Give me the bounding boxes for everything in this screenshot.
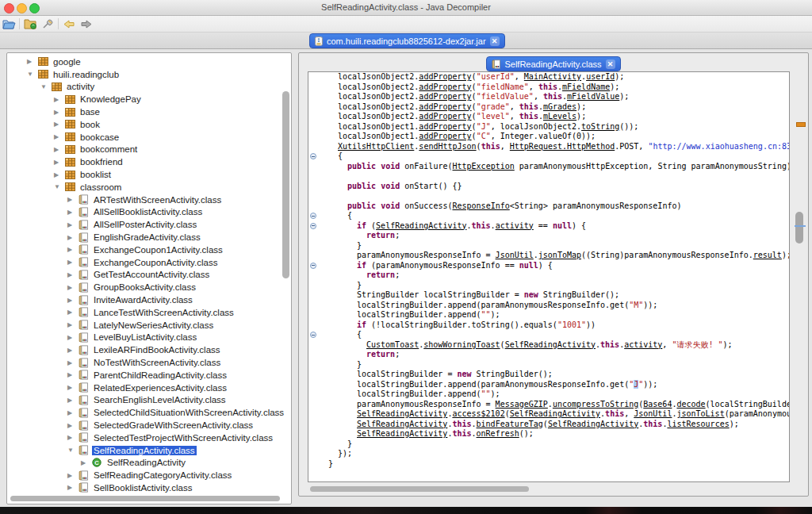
tree-row[interactable]: ▶SearchEnglishLevelActivity.class — [7, 394, 286, 407]
source-code-view[interactable]: localJsonObject2.addProperty("userId", M… — [308, 71, 790, 482]
tree-row[interactable]: ▶SelectedTestProjectWithScreenActivity.c… — [7, 432, 286, 444]
chevron-collapsed-icon[interactable]: ▶ — [67, 371, 79, 378]
code-link[interactable]: addProperty — [419, 122, 471, 131]
code-link[interactable]: SelfReadingActivity — [510, 409, 600, 418]
tree-row[interactable]: ▼activity — [7, 81, 286, 94]
code-link[interactable]: decode — [676, 400, 705, 409]
chevron-collapsed-icon[interactable]: ▶ — [54, 146, 65, 153]
code-link[interactable]: JsonUtil — [496, 251, 534, 259]
tree-row[interactable]: ▶SelfReadingCategoryActivity.class — [7, 469, 286, 481]
code-line[interactable]: localJsonObject2.addProperty("level", th… — [308, 112, 789, 122]
code-line[interactable]: } — [308, 281, 789, 291]
code-line[interactable]: public void onSuccess(ResponseInfo<Strin… — [308, 201, 789, 212]
code-link[interactable]: SelfReadingActivity — [376, 221, 466, 230]
code-line[interactable]: localStringBuilder.append(""); — [308, 310, 789, 320]
chevron-collapsed-icon[interactable]: ▶ — [67, 271, 79, 278]
chevron-collapsed-icon[interactable]: ▶ — [67, 297, 79, 304]
code-link[interactable]: sendHttpJson — [419, 142, 476, 151]
chevron-collapsed-icon[interactable]: ▶ — [54, 171, 65, 178]
code-line[interactable] — [308, 191, 789, 201]
tree-row[interactable]: ▼SelfReadingActivity.class — [7, 444, 286, 457]
chevron-collapsed-icon[interactable]: ▶ — [54, 109, 65, 116]
fold-collapse-icon[interactable] — [310, 332, 316, 338]
code-line[interactable]: } — [308, 241, 789, 251]
code-line[interactable]: SelfReadingActivity.this.bindFeatureTag(… — [308, 420, 789, 430]
jar-tab[interactable]: com.huili.readingclub8825612-dex2jar.jar… — [309, 33, 505, 48]
code-line[interactable]: return; — [308, 270, 789, 281]
chevron-collapsed-icon[interactable]: ▶ — [67, 321, 79, 328]
tree-row[interactable]: ▶ExchangeCoupon1Activity.class — [7, 244, 286, 256]
tree-horizontal-scrollbar[interactable] — [10, 496, 280, 501]
fold-collapse-icon[interactable] — [310, 213, 316, 219]
code-link[interactable]: userId — [586, 72, 615, 81]
tree-row[interactable]: ▶ExchangeCouponActivity.class — [7, 256, 286, 269]
tree-row[interactable]: ▶ARTestWithScreenActivity.class — [7, 194, 286, 206]
tree-row[interactable]: ▶EnglishGradeActivity.class — [7, 231, 286, 244]
code-line[interactable]: CustomToast.showWorningToast(SelfReading… — [308, 340, 789, 351]
tree-row[interactable]: ▼classroom — [7, 181, 286, 194]
code-line[interactable]: { — [308, 330, 789, 340]
code-link[interactable]: HttpRequest.HttpMethod — [510, 142, 615, 151]
code-line[interactable]: { — [308, 211, 789, 221]
code-link[interactable]: jsonToMap — [538, 251, 581, 259]
code-line[interactable]: localJsonObject1.addProperty("J", localJ… — [308, 122, 789, 132]
tree-row[interactable]: ▶CSelfReadingActivity — [7, 457, 286, 470]
tree-row[interactable]: ▶GroupBooksActivity.class — [7, 281, 286, 293]
code-line[interactable]: SelfReadingActivity.this.onRefresh(); — [308, 429, 789, 439]
code-line[interactable]: XutilsHttpClient.sendHttpJson(this, Http… — [308, 142, 789, 152]
tree-row[interactable]: ▶SelectedGradeWithScreenActivity.class — [7, 419, 286, 432]
back-button[interactable] — [60, 17, 78, 31]
chevron-expanded-icon[interactable]: ▼ — [27, 71, 38, 78]
code-link[interactable]: HttpException — [452, 162, 514, 171]
code-line[interactable]: { — [308, 152, 789, 162]
tree-row[interactable]: ▶LatelyNewSeriesActivity.class — [7, 319, 286, 332]
code-link[interactable]: XutilsHttpClient — [338, 142, 414, 151]
code-line[interactable]: if (!localStringBuilder.toString().equal… — [308, 320, 789, 331]
open-type-button[interactable] — [21, 17, 39, 31]
code-line[interactable] — [308, 171, 789, 182]
code-line[interactable]: localJsonObject2.addProperty("fieldName"… — [308, 82, 789, 93]
code-link[interactable]: uncompressToString — [553, 400, 638, 409]
tree-row[interactable]: ▶RelatedExperiencesActivity.class — [7, 382, 286, 394]
code-line[interactable]: SelfReadingActivity.access$2102(SelfRead… — [308, 409, 789, 420]
code-link[interactable]: mFieldValue — [567, 92, 619, 101]
tree-row[interactable]: ▶KnowledgePay — [7, 93, 286, 105]
chevron-expanded-icon[interactable]: ▼ — [67, 447, 79, 454]
code-vertical-scrollbar[interactable] — [795, 212, 803, 244]
code-line[interactable]: return; — [308, 231, 789, 241]
code-link[interactable]: ResponseInfo — [452, 201, 509, 210]
chevron-collapsed-icon[interactable]: ▶ — [67, 472, 79, 479]
code-horizontal-scrollbar[interactable] — [310, 486, 529, 492]
chevron-expanded-icon[interactable]: ▼ — [54, 183, 65, 190]
code-line[interactable]: localJsonObject2.addProperty("grade", th… — [308, 102, 789, 113]
chevron-collapsed-icon[interactable]: ▶ — [67, 246, 79, 253]
pin-button[interactable] — [39, 17, 56, 31]
code-link[interactable]: SelfReadingActivity — [357, 429, 447, 438]
code-line[interactable]: localJsonObject2.addProperty("userId", M… — [308, 72, 789, 82]
tree-row[interactable]: ▶bookfriend — [7, 155, 286, 168]
jar-tab-close-icon[interactable]: ✕ — [490, 36, 500, 46]
tree-row[interactable]: ▼huili.readingclub — [7, 68, 286, 81]
code-link[interactable]: activity — [496, 221, 534, 230]
tree-row[interactable]: ▶GetTestAccountActivity.class — [7, 269, 286, 282]
code-link[interactable]: onRefresh — [477, 429, 519, 438]
code-link[interactable]: addProperty — [419, 92, 471, 101]
chevron-collapsed-icon[interactable]: ▶ — [54, 121, 65, 128]
code-line[interactable]: localStringBuilder.append(paramAnonymous… — [308, 301, 789, 311]
chevron-collapsed-icon[interactable]: ▶ — [67, 347, 79, 354]
code-line[interactable]: return; — [308, 350, 789, 360]
code-link[interactable]: SelfReadingActivity — [505, 340, 596, 349]
code-link[interactable]: SelfReadingActivity — [548, 420, 638, 428]
code-link[interactable]: MainActivity — [524, 72, 581, 81]
chevron-expanded-icon[interactable]: ▼ — [40, 83, 52, 90]
code-link[interactable]: addProperty — [419, 82, 471, 91]
tree-row[interactable]: ▶LexileARFindBookActivity.class — [7, 343, 286, 356]
tree-row[interactable]: ▶AllSellBooklistActivity.class — [7, 206, 286, 219]
code-line[interactable]: } — [308, 459, 789, 470]
code-link[interactable]: MessageGZIP — [496, 400, 548, 409]
chevron-collapsed-icon[interactable]: ▶ — [67, 284, 79, 291]
fold-collapse-icon[interactable] — [310, 223, 316, 229]
chevron-collapsed-icon[interactable]: ▶ — [67, 384, 79, 391]
chevron-collapsed-icon[interactable]: ▶ — [54, 133, 65, 140]
code-link[interactable]: mGrades — [543, 102, 576, 111]
